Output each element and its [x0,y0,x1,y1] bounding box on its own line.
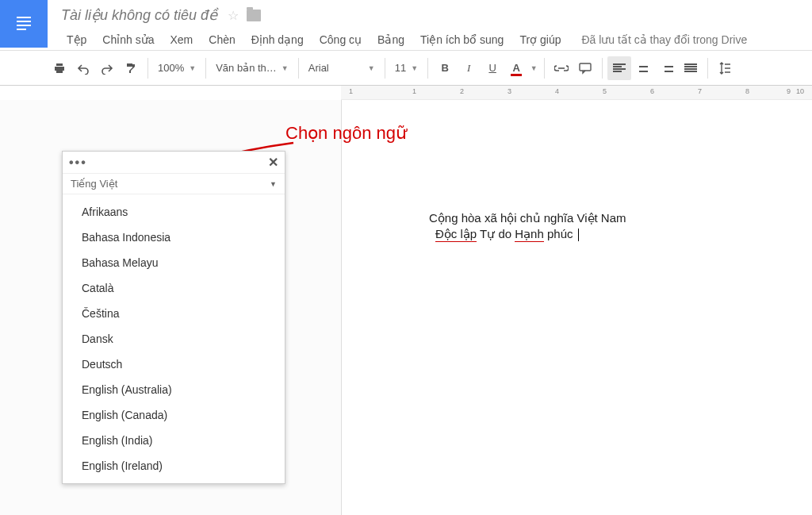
svg-rect-0 [17,17,31,18]
menu-table[interactable]: Bảng [370,30,412,49]
paint-format-icon[interactable] [119,56,143,80]
menu-format[interactable]: Định dạng [243,30,312,49]
menu-file[interactable]: Tệp [59,30,94,49]
menu-help[interactable]: Trợ giúp [511,30,569,49]
font-family-dropdown[interactable]: Arial▼ [304,56,380,80]
zoom-dropdown[interactable]: 100%▼ [153,56,201,80]
align-right-icon[interactable] [655,56,679,80]
language-option[interactable]: Afrikaans [63,199,285,225]
toolbar: 100%▼ Văn bản th…▼ Arial▼ 11▼ B I U A ▼ [0,51,812,86]
align-justify-icon[interactable] [679,56,703,80]
current-language-label: Tiếng Việt [71,178,117,190]
menu-edit[interactable]: Chỉnh sửa [94,30,162,49]
drag-handle-icon[interactable]: ••• [69,156,87,170]
undo-icon[interactable] [71,56,95,80]
language-option[interactable]: Bahasa Melayu [63,250,285,275]
document-title[interactable]: Tài liệu không có tiêu đề [59,5,220,25]
menu-insert[interactable]: Chèn [201,30,243,49]
language-option[interactable]: English (Australia) [63,377,285,402]
folder-icon[interactable] [247,10,261,21]
menu-view[interactable]: Xem [163,30,201,49]
align-left-icon[interactable] [607,56,631,80]
language-option[interactable]: Dansk [63,326,285,352]
language-option[interactable]: Català [63,275,285,301]
align-center-icon[interactable] [631,56,655,80]
svg-rect-1 [17,21,31,22]
language-option[interactable]: English (Ireland) [63,453,285,478]
star-icon[interactable]: ☆ [228,8,239,23]
menu-addons[interactable]: Tiện ích bổ sung [412,30,511,49]
insert-link-icon[interactable] [550,56,573,80]
ruler: 1 1 2 3 4 5 6 7 8 9 10 [341,86,812,100]
language-dropdown-toggle[interactable]: Tiếng Việt ▼ [63,174,285,194]
font-size-dropdown[interactable]: 11▼ [390,56,423,80]
text-color-button[interactable]: A [504,56,528,80]
svg-rect-3 [17,29,26,30]
close-icon[interactable]: ✕ [268,155,278,170]
language-option[interactable]: Čeština [63,301,285,326]
language-option[interactable]: Bahasa Indonesia [63,225,285,250]
doc-line-1: Cộng hòa xã hội chủ nghĩa Việt Nam [429,211,780,225]
underline-button[interactable]: U [481,56,504,80]
app-header: Tài liệu không có tiêu đề ☆ Tệp Chỉnh sử… [0,0,812,51]
language-option[interactable]: English (India) [63,428,285,453]
svg-rect-2 [17,25,31,26]
menu-tools[interactable]: Công cụ [312,30,370,49]
italic-button[interactable]: I [457,56,481,80]
menu-bar: Tệp Chỉnh sửa Xem Chèn Định dạng Công cụ… [59,30,804,49]
text-cursor [578,229,579,241]
text-color-arrow[interactable]: ▼ [528,56,539,80]
voice-typing-panel: ••• ✕ Tiếng Việt ▼ Afrikaans Bahasa Indo… [62,151,285,484]
save-status: Đã lưu tất cả thay đổi trong Drive [581,33,747,46]
language-list: Afrikaans Bahasa Indonesia Bahasa Melayu… [63,194,285,483]
insert-comment-icon[interactable] [573,56,597,80]
line-spacing-icon[interactable] [713,56,737,80]
svg-rect-4 [580,63,591,71]
redo-icon[interactable] [95,56,119,80]
doc-line-2: Độc lập Tự do Hạnh phúc [429,227,780,241]
paragraph-style-dropdown[interactable]: Văn bản th…▼ [211,56,293,80]
print-icon[interactable] [48,56,71,80]
docs-logo[interactable] [0,0,48,48]
chevron-down-icon: ▼ [270,180,277,188]
language-option[interactable]: Deutsch [63,352,285,377]
language-option[interactable]: English (Canada) [63,402,285,428]
document-page[interactable]: Cộng hòa xã hội chủ nghĩa Việt Nam Độc l… [341,100,812,515]
bold-button[interactable]: B [433,56,457,80]
